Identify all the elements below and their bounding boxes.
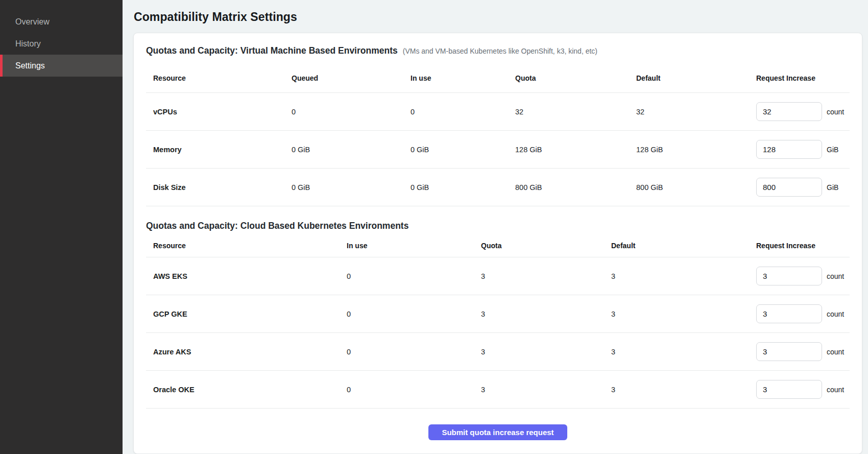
unit-label: GiB <box>827 146 838 154</box>
request-increase-input[interactable] <box>756 102 822 121</box>
table-row-aws-eks: AWS EKS 0 3 3 count <box>146 257 850 295</box>
resource-name: Memory <box>146 146 292 154</box>
button-row: Submit quota increase request <box>146 409 850 440</box>
in-use-value: 0 <box>411 108 515 116</box>
sidebar-item-label: Settings <box>15 61 45 70</box>
column-header-request-increase: Request Increase <box>756 74 850 82</box>
table-row-azure-aks: Azure AKS 0 3 3 count <box>146 333 850 371</box>
cloud-section-title: Quotas and Capacity: Cloud Based Kuberne… <box>146 221 408 231</box>
request-increase-input[interactable] <box>756 380 822 399</box>
in-use-value: 0 GiB <box>411 146 515 154</box>
column-header-request-increase: Request Increase <box>756 242 850 250</box>
column-header-resource: Resource <box>146 242 347 250</box>
default-value: 3 <box>611 272 756 280</box>
column-header-quota: Quota <box>481 242 611 250</box>
request-increase-input[interactable] <box>756 140 822 159</box>
sidebar-item-label: Overview <box>15 17 50 27</box>
request-increase-input[interactable] <box>756 267 822 285</box>
table-row-oracle-oke: Oracle OKE 0 3 3 count <box>146 371 850 409</box>
column-header-queued: Queued <box>292 74 411 82</box>
sidebar-item-overview[interactable]: Overview <box>0 11 123 33</box>
default-value: 800 GiB <box>636 183 756 192</box>
column-header-default: Default <box>611 242 756 250</box>
column-header-default: Default <box>636 74 756 82</box>
cloud-table-header: Resource In use Quota Default Request In… <box>146 242 850 257</box>
in-use-value: 0 GiB <box>411 183 515 192</box>
default-value: 3 <box>611 310 756 318</box>
unit-label: count <box>827 108 844 116</box>
unit-label: count <box>827 310 844 318</box>
in-use-value: 0 <box>347 272 481 280</box>
cloud-quotas-section: Quotas and Capacity: Cloud Based Kuberne… <box>146 221 850 409</box>
unit-label: count <box>827 348 844 356</box>
table-row-vcpus: vCPUs 0 0 32 32 count <box>146 93 850 131</box>
default-value: 32 <box>636 108 756 116</box>
column-header-in-use: In use <box>347 242 481 250</box>
unit-label: count <box>827 272 844 280</box>
settings-card: Quotas and Capacity: Virtual Machine Bas… <box>133 33 862 454</box>
quota-value: 32 <box>515 108 636 116</box>
default-value: 3 <box>611 348 756 356</box>
queued-value: 0 <box>292 108 411 116</box>
column-header-in-use: In use <box>411 74 515 82</box>
queued-value: 0 GiB <box>292 183 411 192</box>
table-row-gcp-gke: GCP GKE 0 3 3 count <box>146 295 850 333</box>
resource-name: GCP GKE <box>146 310 347 318</box>
resource-name: Disk Size <box>146 183 292 192</box>
table-row-memory: Memory 0 GiB 0 GiB 128 GiB 128 GiB GiB <box>146 131 850 169</box>
in-use-value: 0 <box>347 386 481 394</box>
quota-value: 128 GiB <box>515 146 636 154</box>
unit-label: GiB <box>827 183 838 192</box>
sidebar: Overview History Settings <box>0 0 123 454</box>
sidebar-item-history[interactable]: History <box>0 33 123 55</box>
column-header-quota: Quota <box>515 74 636 82</box>
sidebar-item-label: History <box>15 39 41 49</box>
quota-value: 3 <box>481 386 611 394</box>
table-row-disk-size: Disk Size 0 GiB 0 GiB 800 GiB 800 GiB Gi… <box>146 169 850 206</box>
resource-name: Oracle OKE <box>146 386 347 394</box>
vm-section-title: Quotas and Capacity: Virtual Machine Bas… <box>146 45 398 56</box>
quota-value: 3 <box>481 272 611 280</box>
sidebar-item-settings[interactable]: Settings <box>0 55 123 77</box>
quota-value: 3 <box>481 310 611 318</box>
queued-value: 0 GiB <box>292 146 411 154</box>
request-increase-input[interactable] <box>756 342 822 361</box>
main-content: Compatibility Matrix Settings Quotas and… <box>123 0 868 454</box>
resource-name: Azure AKS <box>146 348 347 356</box>
in-use-value: 0 <box>347 348 481 356</box>
vm-quotas-section: Quotas and Capacity: Virtual Machine Bas… <box>146 45 850 206</box>
vm-section-subtitle: (VMs and VM-based Kubernetes like OpenSh… <box>403 47 597 55</box>
resource-name: vCPUs <box>146 108 292 116</box>
unit-label: count <box>827 386 844 394</box>
default-value: 128 GiB <box>636 146 756 154</box>
quota-value: 3 <box>481 348 611 356</box>
in-use-value: 0 <box>347 310 481 318</box>
page-title: Compatibility Matrix Settings <box>134 10 862 24</box>
column-header-resource: Resource <box>146 74 292 82</box>
vm-table-header: Resource Queued In use Quota Default Req… <box>146 74 850 93</box>
submit-quota-increase-button[interactable]: Submit quota increase request <box>428 424 567 440</box>
resource-name: AWS EKS <box>146 272 347 280</box>
request-increase-input[interactable] <box>756 178 822 197</box>
request-increase-input[interactable] <box>756 304 822 323</box>
quota-value: 800 GiB <box>515 183 636 192</box>
default-value: 3 <box>611 386 756 394</box>
